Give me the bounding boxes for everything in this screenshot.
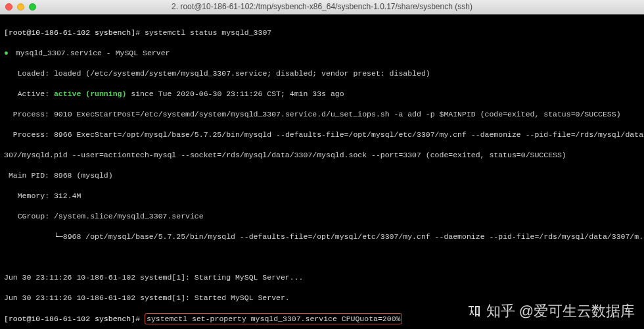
terminal-body[interactable]: [root@10-186-61-102 sysbench]# systemctl… <box>0 14 644 329</box>
cgroup-1: CGroup: /system.slice/mysqld_3307.servic… <box>18 212 204 220</box>
process-line: 307/mysqld.pid --user=actiontech-mysql -… <box>4 151 566 159</box>
unit-line-1: mysqld_3307.service - MySQL Server <box>16 49 170 57</box>
active-state-1: active (running) <box>54 89 126 98</box>
cgroup-child-1: └─8968 /opt/mysql/base/5.7.25/bin/mysqld… <box>54 232 644 241</box>
command-2-highlighted: systemctl set-property mysqld_3307.servi… <box>145 313 402 325</box>
log-line: Jun 30 23:11:26 10-186-61-102 systemd[1]… <box>4 273 303 282</box>
command-1: systemctl status mysqld_3307 <box>145 28 271 37</box>
process-line: Process: 9010 ExecStartPost=/etc/systemd… <box>13 110 621 118</box>
main-pid-1: Main PID: 8968 (mysqld) <box>9 171 113 180</box>
titlebar: 2. root@10-186-61-102:/tmp/sysbench-x86_… <box>0 0 644 14</box>
log-line: Jun 30 23:11:26 10-186-61-102 systemd[1]… <box>4 293 290 302</box>
process-line: Process: 8966 ExecStart=/opt/mysql/base/… <box>13 130 644 139</box>
window-title: 2. root@10-186-61-102:/tmp/sysbench-x86_… <box>0 1 644 12</box>
loaded-line-1: Loaded: loaded (/etc/systemd/system/mysq… <box>18 69 430 78</box>
memory-1: Memory: 312.4M <box>18 191 81 200</box>
